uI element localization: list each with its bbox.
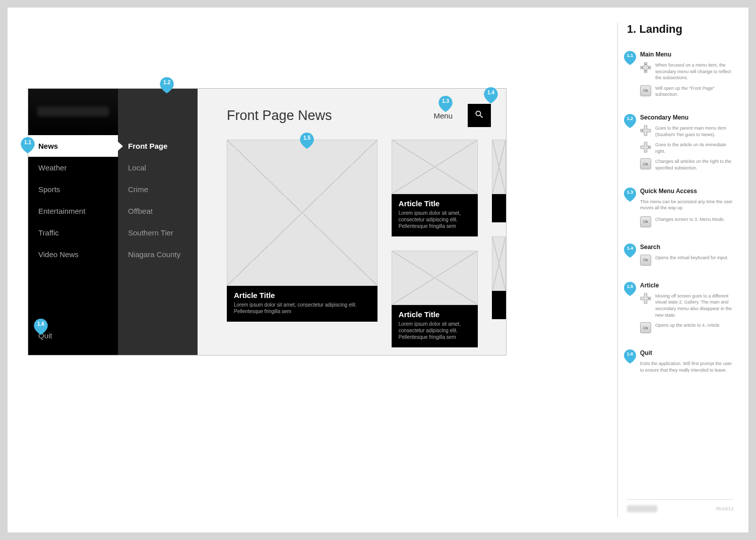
article-card-small[interactable] <box>492 140 506 222</box>
article-desc: Lorem ipsum dolor sit amet, consectetur … <box>399 321 471 340</box>
app-window: News Weather Sports Entertainment Traffi… <box>28 88 507 355</box>
note-text: Changes screen to 3. Menu Mode. <box>655 216 733 227</box>
note-head: Main Menu <box>640 51 733 58</box>
dpad-right-icon <box>640 293 651 304</box>
note-pin: 1.1 <box>624 51 637 102</box>
menu-link[interactable]: Menu <box>433 111 453 120</box>
article-small-column: Article Title Lorem ipsum dolor sit amet… <box>392 140 478 347</box>
dpad-icon <box>640 62 651 73</box>
note-head: Search <box>640 244 733 251</box>
note-row: Moving off screen goes to a different vi… <box>640 293 733 318</box>
menu-link-label: Menu <box>433 111 453 120</box>
note-num: 1.4 <box>624 246 636 251</box>
placeholder-image <box>392 140 478 194</box>
content-header: Front Page News Menu <box>227 104 506 127</box>
main-item-label: News <box>38 142 58 150</box>
note-row: This menu can be accessed any time the u… <box>640 199 733 211</box>
note-body: Article Moving off screen goes to a diff… <box>640 282 733 337</box>
article-card-large[interactable]: Article Title Lorem ipsum dolor sit amet… <box>227 140 377 347</box>
pin-1-5: 1.5 <box>300 133 314 149</box>
search-button[interactable] <box>468 104 491 127</box>
note-text: This menu can be accessed any time the u… <box>640 199 733 211</box>
card-body: Article Title Lorem ipsum dolor sit amet… <box>392 194 478 236</box>
note-head: Quick Menu Access <box>640 188 733 195</box>
sec-item-front-page[interactable]: Front Page <box>118 135 198 157</box>
article-card-small[interactable]: Article Title Lorem ipsum dolor sit amet… <box>392 140 478 236</box>
note-row: Exits the application. Will first prompt… <box>640 361 733 373</box>
note-pin: 1.5 <box>624 282 637 337</box>
ok-button-icon: Ok <box>640 322 651 333</box>
note-text: Goes to the article on its immediate rig… <box>655 142 733 154</box>
article-card-small[interactable] <box>492 236 506 319</box>
note-body: Main Menu When focused on a menu item, t… <box>640 51 733 102</box>
main-item-label: Sports <box>38 185 60 194</box>
note-head: Article <box>640 282 733 289</box>
note-body: Search Ok Opens the virtual keyboard for… <box>640 244 733 270</box>
footer-blur-block <box>627 505 657 512</box>
note-text: Opens up the article to 4. Article <box>655 322 733 333</box>
logo-block <box>28 89 118 135</box>
card-body <box>492 291 506 319</box>
note-body: Secondary Menu Goes to the parent main m… <box>640 114 733 175</box>
main-item-sports[interactable]: Sports <box>28 178 118 200</box>
article-grid: Article Title Lorem ipsum dolor sit amet… <box>227 140 506 347</box>
main-item-label: Weather <box>38 163 67 172</box>
pin-1-2: 1.2 <box>160 77 174 93</box>
note-num: 1.5 <box>624 284 636 289</box>
note-1-3: 1.3 Quick Menu Access This menu can be a… <box>627 188 733 231</box>
annotation-title: 1. Landing <box>627 23 733 36</box>
sec-item-offbeat[interactable]: Offbeat <box>118 200 198 222</box>
pin-label: 1.6 <box>34 321 48 327</box>
pin-label: 1.1 <box>21 140 35 145</box>
note-body: Quick Menu Access This menu can be acces… <box>640 188 733 231</box>
ok-button-icon: Ok <box>640 85 651 96</box>
main-item-news[interactable]: News <box>28 135 118 157</box>
main-item-entertainment[interactable]: Entertainment <box>28 200 118 222</box>
ok-button-icon: Ok <box>640 216 651 227</box>
sec-item-niagara-county[interactable]: Niagara County <box>118 244 198 265</box>
note-text: Moving off screen goes to a different vi… <box>655 293 733 318</box>
note-1-2: 1.2 Secondary Menu Goes to the parent ma… <box>627 114 733 175</box>
ok-button-icon: Ok <box>640 255 651 266</box>
article-title: Article Title <box>399 199 471 208</box>
note-text: When focused on a menu item, the seconda… <box>655 62 733 81</box>
search-icon <box>474 109 484 122</box>
mockup-column: 1.1 1.2 1.3 1.4 1.5 1.6 News Weather <box>28 23 607 517</box>
article-card-small[interactable]: Article Title Lorem ipsum dolor sit amet… <box>392 251 478 347</box>
article-desc: Lorem ipsum dolor sit amet, consectetur … <box>234 302 370 315</box>
note-row: Ok Opens the virtual keyboard for input. <box>640 255 733 266</box>
note-1-5: 1.5 Article Moving off screen goes to a … <box>627 282 733 337</box>
footer-date: 05/19/13 <box>716 506 733 511</box>
secondary-menu: Front Page Local Crime Offbeat Southern … <box>118 89 198 355</box>
card-body <box>492 194 506 222</box>
main-item-traffic[interactable]: Traffic <box>28 222 118 244</box>
note-pin: 1.3 <box>624 188 637 231</box>
main-item-label: Video News <box>38 250 79 259</box>
note-pin: 1.2 <box>624 114 637 175</box>
card-body: Article Title Lorem ipsum dolor sit amet… <box>227 286 377 322</box>
sec-item-label: Local <box>128 163 146 172</box>
note-num: 1.1 <box>624 53 636 58</box>
sec-item-label: Southern Tier <box>128 228 173 237</box>
note-row: Ok Changes screen to 3. Menu Mode. <box>640 216 733 227</box>
article-desc: Lorem ipsum dolor sit amet, consectetur … <box>399 210 471 229</box>
note-text: Exits the application. Will first prompt… <box>640 361 733 373</box>
sec-item-label: Niagara County <box>128 250 180 259</box>
sec-item-crime[interactable]: Crime <box>118 178 198 200</box>
placeholder-image <box>392 251 478 305</box>
note-row: When focused on a menu item, the seconda… <box>640 62 733 81</box>
main-item-video-news[interactable]: Video News <box>28 244 118 265</box>
placeholder-image <box>492 140 506 194</box>
note-1-4: 1.4 Search Ok Opens the virtual keyboard… <box>627 244 733 270</box>
main-item-weather[interactable]: Weather <box>28 157 118 178</box>
page-title: Front Page News <box>227 108 433 124</box>
sec-item-label: Crime <box>128 185 148 194</box>
note-head: Secondary Menu <box>640 114 733 121</box>
main-item-label: Entertainment <box>38 207 85 215</box>
article-title: Article Title <box>399 310 471 319</box>
note-row: Ok Opens up the article to 4. Article <box>640 322 733 333</box>
article-overflow-peek <box>492 140 506 347</box>
sec-item-local[interactable]: Local <box>118 157 198 178</box>
sec-item-southern-tier[interactable]: Southern Tier <box>118 222 198 244</box>
dpad-right-icon <box>640 142 651 153</box>
